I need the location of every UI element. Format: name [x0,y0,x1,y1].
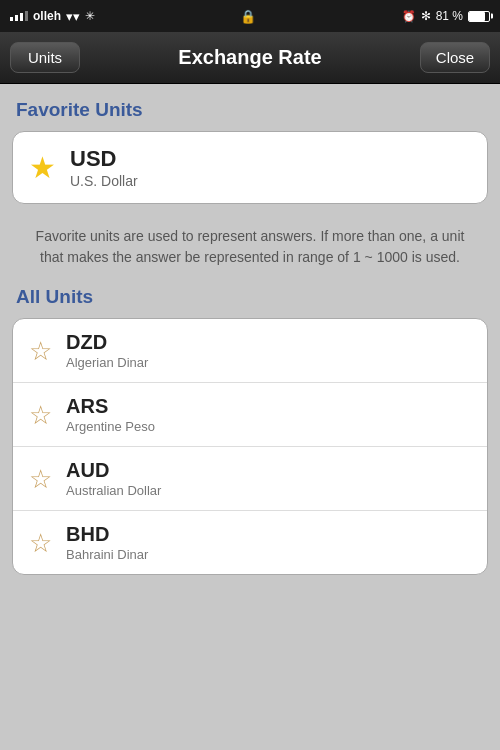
unit-info: ARS Argentine Peso [66,395,155,434]
unit-name: Australian Dollar [66,483,161,498]
favorite-currency-info: USD U.S. Dollar [70,146,138,189]
status-left: olleh ▾▾ ✳ [10,9,95,24]
unit-row[interactable]: ☆ AUD Australian Dollar [13,447,487,511]
favorite-currency-code: USD [70,146,138,172]
signal-bars-icon [10,11,28,21]
status-right: ⏰ ✻ 81 % [402,9,490,23]
star-filled-icon: ★ [29,153,56,183]
close-button[interactable]: Close [420,42,490,73]
star-empty-icon: ☆ [29,466,52,492]
favorite-unit-card[interactable]: ★ USD U.S. Dollar [12,131,488,204]
star-empty-icon: ☆ [29,530,52,556]
lock-icon: 🔒 [240,9,256,24]
activity-icon: ✳ [85,9,95,23]
favorite-section-header: Favorite Units [12,99,488,121]
status-bar: olleh ▾▾ ✳ 🔒 ⏰ ✻ 81 % [0,0,500,32]
bluetooth-icon: ✻ [421,9,431,23]
main-content: Favorite Units ★ USD U.S. Dollar Favorit… [0,84,500,750]
units-list: ☆ DZD Algerian Dinar ☆ ARS Argentine Pes… [12,318,488,575]
unit-info: BHD Bahraini Dinar [66,523,148,562]
favorite-info-text: Favorite units are used to represent ans… [12,218,488,286]
unit-code: AUD [66,459,161,482]
unit-info: AUD Australian Dollar [66,459,161,498]
unit-info: DZD Algerian Dinar [66,331,148,370]
unit-row[interactable]: ☆ ARS Argentine Peso [13,383,487,447]
battery-icon [468,11,490,22]
clock-icon: ⏰ [402,10,416,23]
star-empty-icon: ☆ [29,402,52,428]
unit-name: Bahraini Dinar [66,547,148,562]
unit-row[interactable]: ☆ BHD Bahraini Dinar [13,511,487,574]
wifi-icon: ▾▾ [66,9,80,24]
battery-percent-label: 81 % [436,9,463,23]
unit-row[interactable]: ☆ DZD Algerian Dinar [13,319,487,383]
unit-code: BHD [66,523,148,546]
all-units-section-header: All Units [12,286,488,308]
unit-code: ARS [66,395,155,418]
favorite-currency-name: U.S. Dollar [70,173,138,189]
nav-title: Exchange Rate [80,46,420,69]
unit-name: Algerian Dinar [66,355,148,370]
nav-bar: Units Exchange Rate Close [0,32,500,84]
unit-name: Argentine Peso [66,419,155,434]
units-button[interactable]: Units [10,42,80,73]
carrier-label: olleh [33,9,61,23]
star-empty-icon: ☆ [29,338,52,364]
unit-code: DZD [66,331,148,354]
